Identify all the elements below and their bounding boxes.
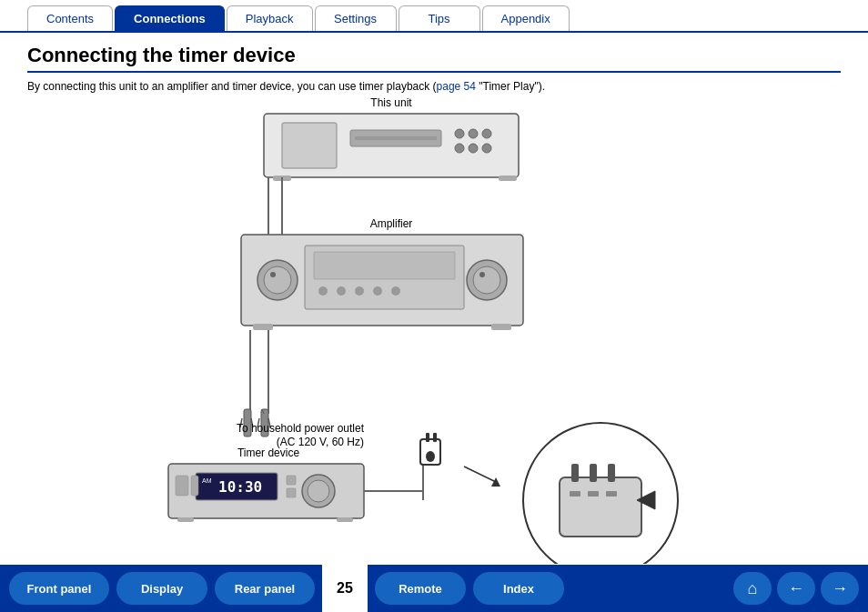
diagram-svg: This unit Amplifier xyxy=(0,86,868,564)
svg-rect-64 xyxy=(570,491,580,497)
svg-point-4 xyxy=(455,129,464,138)
svg-point-17 xyxy=(473,266,500,294)
svg-text:AM: AM xyxy=(202,477,212,484)
back-button[interactable]: ← xyxy=(777,572,815,605)
label-timer-device: Timer device xyxy=(237,446,300,459)
svg-rect-50 xyxy=(337,517,353,522)
nav-tabs: Contents Connections Playback Settings T… xyxy=(0,0,868,33)
page-number: 25 xyxy=(322,565,368,612)
svg-point-7 xyxy=(455,144,464,153)
home-icon: ⌂ xyxy=(748,579,758,598)
svg-rect-54 xyxy=(426,433,429,442)
svg-rect-27 xyxy=(491,324,511,330)
back-icon: ← xyxy=(788,579,804,598)
svg-rect-49 xyxy=(177,517,194,522)
svg-point-5 xyxy=(469,129,478,138)
svg-rect-47 xyxy=(287,476,296,485)
svg-rect-48 xyxy=(287,488,296,497)
svg-line-57 xyxy=(464,467,496,482)
svg-rect-1 xyxy=(282,123,337,168)
svg-point-18 xyxy=(479,272,485,277)
svg-rect-20 xyxy=(314,252,455,279)
tab-appendix[interactable]: Appendix xyxy=(482,5,570,31)
front-panel-button[interactable]: Front panel xyxy=(9,572,109,605)
svg-point-22 xyxy=(337,286,346,296)
svg-rect-60 xyxy=(560,477,641,537)
svg-marker-58 xyxy=(491,477,500,487)
svg-point-9 xyxy=(482,144,491,153)
svg-rect-62 xyxy=(590,464,597,482)
svg-point-46 xyxy=(308,480,329,502)
svg-rect-66 xyxy=(606,491,617,497)
svg-point-24 xyxy=(373,286,382,296)
label-power-outlet2: (AC 120 V, 60 Hz) xyxy=(277,436,364,448)
svg-point-25 xyxy=(391,286,400,296)
svg-point-21 xyxy=(318,286,328,296)
svg-rect-65 xyxy=(588,491,599,497)
bottom-nav: Front panel Display Rear panel 25 Remote… xyxy=(0,565,868,612)
svg-rect-55 xyxy=(433,433,437,442)
forward-icon: → xyxy=(832,579,848,598)
svg-point-23 xyxy=(355,286,364,296)
svg-point-8 xyxy=(469,144,478,153)
index-button[interactable]: Index xyxy=(473,572,564,605)
label-amplifier: Amplifier xyxy=(370,217,413,230)
svg-rect-43 xyxy=(176,476,188,496)
diagram-area: This unit Amplifier xyxy=(0,86,868,564)
page-title: Connecting the timer device xyxy=(27,44,841,73)
home-button[interactable]: ⌂ xyxy=(733,572,772,605)
label-this-unit: This unit xyxy=(370,96,412,109)
svg-point-14 xyxy=(264,266,291,294)
svg-rect-26 xyxy=(253,324,273,330)
display-button[interactable]: Display xyxy=(116,572,207,605)
svg-rect-3 xyxy=(355,136,437,140)
content-area: Connecting the timer device By connectin… xyxy=(0,33,868,93)
tab-contents[interactable]: Contents xyxy=(27,5,113,31)
svg-text:10:30: 10:30 xyxy=(218,478,262,496)
svg-rect-11 xyxy=(499,176,517,181)
forward-button[interactable]: → xyxy=(821,572,859,605)
tab-playback[interactable]: Playback xyxy=(227,5,313,31)
tab-connections[interactable]: Connections xyxy=(115,5,225,31)
svg-rect-61 xyxy=(571,464,579,482)
tab-settings[interactable]: Settings xyxy=(315,5,397,31)
tab-tips[interactable]: Tips xyxy=(399,5,480,31)
svg-rect-44 xyxy=(191,476,198,496)
svg-point-6 xyxy=(482,129,491,138)
remote-button[interactable]: Remote xyxy=(375,572,466,605)
svg-rect-63 xyxy=(608,464,615,482)
label-power-outlet: To household power outlet xyxy=(237,422,365,435)
svg-point-56 xyxy=(426,451,435,462)
rear-panel-button[interactable]: Rear panel xyxy=(215,572,315,605)
svg-point-15 xyxy=(270,272,276,277)
